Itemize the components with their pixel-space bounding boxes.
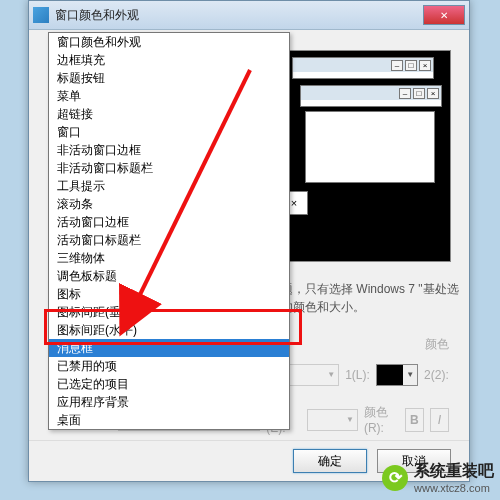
preview-titlebar: – □ × [293, 58, 433, 72]
color-header: 颜色 [425, 336, 449, 353]
dropdown-item[interactable]: 三维物体 [49, 249, 289, 267]
dropdown-item[interactable]: 调色板标题 [49, 267, 289, 285]
dropdown-item[interactable]: 滚动条 [49, 195, 289, 213]
bold-button: B [405, 408, 424, 432]
watermark-brand: 系统重装吧 [414, 462, 494, 479]
app-icon [33, 7, 49, 23]
min-icon: – [399, 88, 411, 99]
window-controls: ✕ [424, 5, 465, 25]
watermark: ⟳ 系统重装吧 www.xtcz8.com [382, 461, 494, 494]
dropdown-item[interactable]: 非活动窗口标题栏 [49, 159, 289, 177]
dropdown-item[interactable]: 窗口 [49, 123, 289, 141]
dropdown-item[interactable]: 已禁用的项 [49, 357, 289, 375]
close-icon: × [427, 88, 439, 99]
dropdown-item[interactable]: 图标间距(水平) [49, 321, 289, 339]
window-title: 窗口颜色和外观 [55, 7, 424, 24]
dropdown-item[interactable]: 边框填充 [49, 51, 289, 69]
l2-label: 2(2): [424, 368, 449, 382]
color1-picker[interactable]: ▼ [376, 364, 418, 386]
l1-label: 1(L): [345, 368, 370, 382]
min-icon: – [391, 60, 403, 71]
dropdown-item[interactable]: 图标 [49, 285, 289, 303]
preview-titlebar: – □ × [301, 86, 441, 100]
dropdown-item[interactable]: 标题按钮 [49, 69, 289, 87]
dropdown-item[interactable]: 图标间距(垂直) [49, 303, 289, 321]
dropdown-item[interactable]: 非活动窗口边框 [49, 141, 289, 159]
size2-spinner: ▼ [307, 409, 358, 431]
dropdown-item[interactable]: 窗口颜色和外观 [49, 33, 289, 51]
description-text: 主题，只有选择 Windows 7 "基处选择的颜色和大小。 [269, 280, 459, 316]
dropdown-item[interactable]: 菜单 [49, 87, 289, 105]
watermark-logo-icon: ⟳ [382, 465, 408, 491]
dropdown-item[interactable]: 工具提示 [49, 177, 289, 195]
chevron-down-icon: ▼ [346, 415, 354, 424]
max-icon: □ [413, 88, 425, 99]
chevron-down-icon: ▼ [327, 370, 335, 379]
dropdown-item[interactable]: 应用程序背景 [49, 393, 289, 411]
italic-button: I [430, 408, 449, 432]
watermark-url: www.xtcz8.com [414, 482, 494, 494]
dropdown-item[interactable]: 消息框 [49, 339, 289, 357]
dropdown-item[interactable]: 已选定的项目 [49, 375, 289, 393]
color-swatch [377, 365, 403, 385]
dropdown-item[interactable]: 桌面 [49, 411, 289, 429]
close-icon: × [291, 197, 297, 209]
close-button[interactable]: ✕ [423, 5, 465, 25]
ok-button[interactable]: 确定 [293, 449, 367, 473]
preview-window-body [305, 111, 435, 183]
max-icon: □ [405, 60, 417, 71]
color2-label: 颜色(R): [364, 404, 399, 435]
item-dropdown-list[interactable]: 窗口颜色和外观边框填充标题按钮菜单超链接窗口非活动窗口边框非活动窗口标题栏工具提… [48, 32, 290, 430]
preview-area: – □ × – □ × × [269, 50, 451, 262]
size1-spinner: ▼ [282, 364, 339, 386]
preview-window-active: – □ × [300, 85, 442, 107]
dropdown-item[interactable]: 活动窗口标题栏 [49, 231, 289, 249]
close-icon: × [419, 60, 431, 71]
dropdown-item[interactable]: 超链接 [49, 105, 289, 123]
preview-window-inactive: – □ × [292, 57, 434, 79]
dropdown-item[interactable]: 活动窗口边框 [49, 213, 289, 231]
titlebar[interactable]: 窗口颜色和外观 ✕ [29, 1, 469, 30]
chevron-down-icon: ▼ [403, 365, 417, 385]
